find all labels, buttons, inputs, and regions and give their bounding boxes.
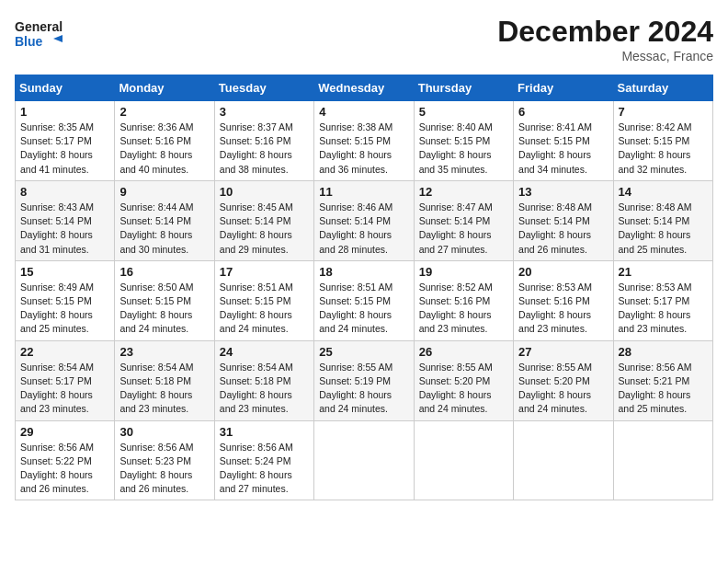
svg-text:Blue: Blue (15, 34, 43, 49)
day-number: 4 (319, 105, 408, 119)
calendar-cell: 1Sunrise: 8:35 AMSunset: 5:17 PMDaylight… (16, 101, 115, 181)
weekday-header-monday: Monday (115, 75, 214, 101)
day-number: 11 (319, 185, 408, 199)
calendar-cell: 22Sunrise: 8:54 AMSunset: 5:17 PMDayligh… (16, 340, 115, 420)
day-number: 21 (619, 265, 708, 279)
cell-details: Sunrise: 8:43 AMSunset: 5:14 PMDaylight:… (20, 201, 109, 257)
day-number: 29 (20, 425, 109, 439)
svg-marker-2 (53, 35, 63, 42)
day-number: 10 (220, 185, 309, 199)
calendar-cell: 2Sunrise: 8:36 AMSunset: 5:16 PMDaylight… (115, 101, 214, 181)
calendar-cell: 30Sunrise: 8:56 AMSunset: 5:23 PMDayligh… (115, 420, 214, 500)
day-number: 7 (619, 105, 708, 119)
calendar-cell: 6Sunrise: 8:41 AMSunset: 5:15 PMDaylight… (514, 101, 613, 181)
cell-details: Sunrise: 8:52 AMSunset: 5:16 PMDaylight:… (419, 281, 508, 337)
day-number: 26 (419, 345, 508, 359)
weekday-header-friday: Friday (514, 75, 613, 101)
day-number: 14 (619, 185, 708, 199)
day-number: 18 (319, 265, 408, 279)
calendar-cell: 19Sunrise: 8:52 AMSunset: 5:16 PMDayligh… (414, 260, 513, 340)
calendar-week-4: 22Sunrise: 8:54 AMSunset: 5:17 PMDayligh… (16, 340, 713, 420)
cell-details: Sunrise: 8:35 AMSunset: 5:17 PMDaylight:… (20, 121, 109, 177)
cell-details: Sunrise: 8:42 AMSunset: 5:15 PMDaylight:… (619, 121, 708, 177)
cell-details: Sunrise: 8:54 AMSunset: 5:18 PMDaylight:… (119, 361, 209, 417)
calendar-cell: 25Sunrise: 8:55 AMSunset: 5:19 PMDayligh… (314, 340, 414, 420)
cell-details: Sunrise: 8:36 AMSunset: 5:16 PMDaylight:… (119, 121, 209, 177)
weekday-header-tuesday: Tuesday (214, 75, 313, 101)
cell-details: Sunrise: 8:51 AMSunset: 5:15 PMDaylight:… (220, 281, 309, 337)
calendar-cell: 18Sunrise: 8:51 AMSunset: 5:15 PMDayligh… (314, 260, 414, 340)
calendar-cell (514, 420, 613, 500)
cell-details: Sunrise: 8:49 AMSunset: 5:15 PMDaylight:… (20, 281, 109, 337)
day-number: 23 (119, 345, 209, 359)
day-number: 30 (119, 425, 209, 439)
day-number: 2 (119, 105, 209, 119)
cell-details: Sunrise: 8:56 AMSunset: 5:24 PMDaylight:… (220, 441, 309, 497)
day-number: 15 (20, 265, 109, 279)
calendar-cell: 4Sunrise: 8:38 AMSunset: 5:15 PMDaylight… (314, 101, 414, 181)
location: Messac, France (497, 49, 713, 63)
cell-details: Sunrise: 8:40 AMSunset: 5:15 PMDaylight:… (419, 121, 508, 177)
cell-details: Sunrise: 8:38 AMSunset: 5:15 PMDaylight:… (319, 121, 408, 177)
calendar-cell (613, 420, 712, 500)
weekday-header-sunday: Sunday (16, 75, 115, 101)
cell-details: Sunrise: 8:55 AMSunset: 5:20 PMDaylight:… (518, 361, 608, 417)
calendar-cell: 15Sunrise: 8:49 AMSunset: 5:15 PMDayligh… (16, 260, 115, 340)
calendar-cell: 23Sunrise: 8:54 AMSunset: 5:18 PMDayligh… (115, 340, 214, 420)
day-number: 1 (20, 105, 109, 119)
calendar-table: SundayMondayTuesdayWednesdayThursdayFrid… (15, 75, 713, 500)
cell-details: Sunrise: 8:44 AMSunset: 5:14 PMDaylight:… (119, 201, 209, 257)
calendar-cell: 29Sunrise: 8:56 AMSunset: 5:22 PMDayligh… (16, 420, 115, 500)
day-number: 31 (220, 425, 309, 439)
weekday-header-saturday: Saturday (613, 75, 712, 101)
calendar-cell: 5Sunrise: 8:40 AMSunset: 5:15 PMDaylight… (414, 101, 513, 181)
cell-details: Sunrise: 8:41 AMSunset: 5:15 PMDaylight:… (518, 121, 608, 177)
cell-details: Sunrise: 8:37 AMSunset: 5:16 PMDaylight:… (220, 121, 309, 177)
cell-details: Sunrise: 8:56 AMSunset: 5:21 PMDaylight:… (619, 361, 708, 417)
cell-details: Sunrise: 8:46 AMSunset: 5:14 PMDaylight:… (319, 201, 408, 257)
weekday-header-thursday: Thursday (414, 75, 513, 101)
day-number: 20 (518, 265, 608, 279)
day-number: 9 (119, 185, 209, 199)
cell-details: Sunrise: 8:47 AMSunset: 5:14 PMDaylight:… (419, 201, 508, 257)
calendar-cell: 31Sunrise: 8:56 AMSunset: 5:24 PMDayligh… (214, 420, 313, 500)
day-number: 12 (419, 185, 508, 199)
calendar-cell: 11Sunrise: 8:46 AMSunset: 5:14 PMDayligh… (314, 180, 414, 260)
calendar-cell: 16Sunrise: 8:50 AMSunset: 5:15 PMDayligh… (115, 260, 214, 340)
calendar-cell: 13Sunrise: 8:48 AMSunset: 5:14 PMDayligh… (514, 180, 613, 260)
weekday-header-wednesday: Wednesday (314, 75, 414, 101)
calendar-cell: 24Sunrise: 8:54 AMSunset: 5:18 PMDayligh… (214, 340, 313, 420)
day-number: 5 (419, 105, 508, 119)
calendar-header-row: SundayMondayTuesdayWednesdayThursdayFrid… (16, 75, 713, 101)
calendar-cell: 14Sunrise: 8:48 AMSunset: 5:14 PMDayligh… (613, 180, 712, 260)
calendar-cell: 8Sunrise: 8:43 AMSunset: 5:14 PMDaylight… (16, 180, 115, 260)
logo: General Blue (15, 15, 63, 53)
cell-details: Sunrise: 8:51 AMSunset: 5:15 PMDaylight:… (319, 281, 408, 337)
day-number: 16 (119, 265, 209, 279)
cell-details: Sunrise: 8:56 AMSunset: 5:22 PMDaylight:… (20, 441, 109, 497)
calendar-cell: 21Sunrise: 8:53 AMSunset: 5:17 PMDayligh… (613, 260, 712, 340)
calendar-cell: 17Sunrise: 8:51 AMSunset: 5:15 PMDayligh… (214, 260, 313, 340)
calendar-week-1: 1Sunrise: 8:35 AMSunset: 5:17 PMDaylight… (16, 101, 713, 181)
calendar-cell: 27Sunrise: 8:55 AMSunset: 5:20 PMDayligh… (514, 340, 613, 420)
calendar-week-2: 8Sunrise: 8:43 AMSunset: 5:14 PMDaylight… (16, 180, 713, 260)
day-number: 8 (20, 185, 109, 199)
calendar-cell: 3Sunrise: 8:37 AMSunset: 5:16 PMDaylight… (214, 101, 313, 181)
title-area: December 2024 Messac, France (497, 15, 713, 63)
page-header: General Blue December 2024 Messac, Franc… (15, 15, 713, 63)
cell-details: Sunrise: 8:48 AMSunset: 5:14 PMDaylight:… (518, 201, 608, 257)
calendar-cell: 28Sunrise: 8:56 AMSunset: 5:21 PMDayligh… (613, 340, 712, 420)
calendar-cell: 12Sunrise: 8:47 AMSunset: 5:14 PMDayligh… (414, 180, 513, 260)
day-number: 17 (220, 265, 309, 279)
cell-details: Sunrise: 8:50 AMSunset: 5:15 PMDaylight:… (119, 281, 209, 337)
cell-details: Sunrise: 8:54 AMSunset: 5:18 PMDaylight:… (220, 361, 309, 417)
month-title: December 2024 (497, 15, 713, 49)
calendar-week-5: 29Sunrise: 8:56 AMSunset: 5:22 PMDayligh… (16, 420, 713, 500)
cell-details: Sunrise: 8:53 AMSunset: 5:16 PMDaylight:… (518, 281, 608, 337)
calendar-cell: 7Sunrise: 8:42 AMSunset: 5:15 PMDaylight… (613, 101, 712, 181)
day-number: 22 (20, 345, 109, 359)
day-number: 27 (518, 345, 608, 359)
cell-details: Sunrise: 8:45 AMSunset: 5:14 PMDaylight:… (220, 201, 309, 257)
day-number: 28 (619, 345, 708, 359)
svg-text:General: General (15, 19, 63, 34)
